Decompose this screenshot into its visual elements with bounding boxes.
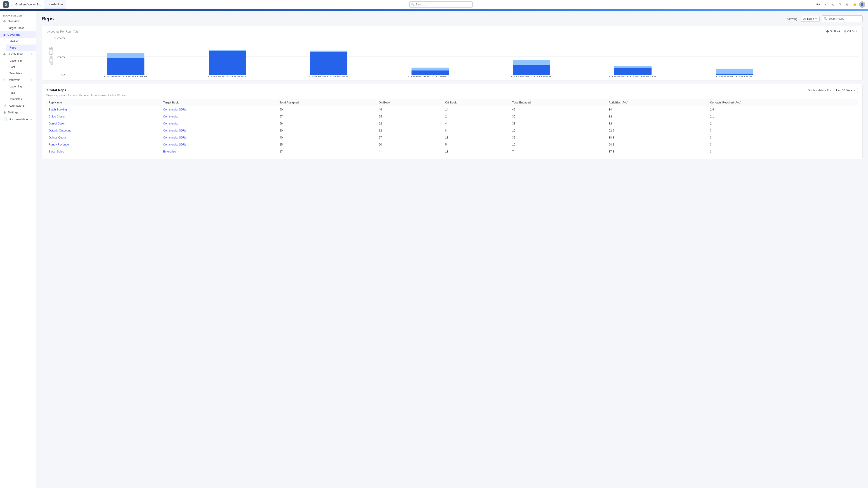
bookbuilder-tab[interactable]: Bookbuilder — [44, 0, 66, 9]
target-book-link[interactable]: Commercial — [163, 122, 178, 125]
cell-target-book: Commercial SDRs — [161, 127, 277, 134]
legend-on-book: On Book — [827, 30, 840, 33]
off-book-label: Off Book — [847, 30, 858, 33]
chart-subtitle: (All) — [73, 30, 78, 33]
sidebar-item-overview[interactable]: ⊙ Overview — [0, 18, 36, 25]
off-book-dot — [844, 30, 846, 33]
sidebar-item-automations[interactable]: ⚡ Automations — [0, 102, 36, 109]
cell-off-book: 5 — [443, 141, 510, 148]
bar-quincy-on — [513, 65, 550, 75]
cell-off-book: 8 — [443, 127, 510, 134]
sidebar-item-documentation[interactable]: 📄 Documentation ↗ — [0, 116, 36, 123]
sidebar-label-documentation: Documentation — [9, 118, 28, 121]
target-book-link[interactable]: Commercial SDRs — [163, 136, 186, 139]
sidebar-item-settings[interactable]: ⚙ Settings — [0, 109, 36, 116]
top-search-icon: 🔍 — [411, 3, 414, 6]
cell-contacts-avg: 2.9 — [708, 106, 858, 113]
metrics-dropdown[interactable]: Last 30 Days ▼ — [834, 88, 858, 93]
cell-activities-avg: 3.8 — [607, 113, 708, 120]
page-title: Reps — [41, 16, 54, 22]
cell-activities-avg: 64.2 — [607, 141, 708, 148]
sidebar-item-retrievals[interactable]: ↺ Retrievals + — [0, 76, 36, 84]
table-row: Sarah Sales Enterprise 17 4 13 7 17.3 3 — [46, 148, 858, 155]
bar-butch-off — [107, 53, 145, 58]
col-target-book: Target Book — [161, 99, 277, 106]
distributions-add-btn[interactable]: + — [31, 53, 33, 56]
avatar[interactable]: 👤 — [859, 1, 865, 8]
sidebar-item-dist-past[interactable]: Past — [6, 64, 36, 70]
settings-icon2: ⚙ — [3, 111, 6, 114]
cell-total-assigned: 60 — [277, 106, 377, 113]
cell-contacts-avg: 3 — [708, 141, 858, 148]
bar-butch-on — [107, 58, 145, 75]
rep-name-link[interactable]: Randy Revenue — [49, 143, 69, 146]
cell-contacts-avg: 2.1 — [708, 113, 858, 120]
rep-name-link[interactable]: Butch Booking — [49, 108, 67, 111]
sidebar-item-reps[interactable]: Reps — [6, 44, 36, 51]
target-book-link[interactable]: Commercial — [163, 115, 178, 118]
cell-target-book: Commercial SDRs — [161, 134, 277, 141]
sidebar-item-coverage[interactable]: ◈ Coverage — [0, 31, 36, 38]
bar-chloe-on — [209, 51, 246, 75]
target-book-link[interactable]: Enterprise — [163, 150, 176, 153]
target-book-link[interactable]: Commercial SDRs — [163, 143, 186, 146]
distributions-icon: ⊕ — [3, 53, 6, 56]
col-on-book: On Book — [377, 99, 443, 106]
settings-icon[interactable]: ⚙ — [844, 2, 850, 7]
cell-activities-avg: 62.9 — [607, 127, 708, 134]
metrics-dropdown-value: Last 30 Days — [836, 89, 852, 92]
viewing-chevron-icon: ▼ — [815, 18, 817, 20]
rep-name-link[interactable]: Quincy Quota — [49, 136, 66, 139]
sidebar-section-label: BOOKBUILDER — [0, 13, 36, 18]
table-row: Butch Booking Commercial SDRs 60 46 14 4… — [46, 106, 858, 113]
cell-contacts-avg: 2 — [708, 120, 858, 127]
documentation-icon: 📄 — [3, 118, 7, 121]
app-logo[interactable]: G — [3, 1, 9, 8]
sidebar-label-ret-templates: Templates — [9, 98, 22, 101]
cell-total-engaged: 32 — [510, 134, 607, 141]
bar-chloe-off — [209, 50, 246, 51]
sidebar-label-ret-past: Past — [9, 91, 15, 94]
sidebar-item-distributions[interactable]: ⊕ Distributions + — [0, 51, 36, 58]
target-book-link[interactable]: Commercial SDRs — [163, 108, 186, 111]
cell-rep-name: Quincy Quota — [46, 134, 161, 141]
cell-rep-name: Octavia Outbound — [46, 127, 161, 134]
star-icon[interactable]: ★▾ — [815, 2, 821, 7]
grid-icon[interactable]: ⠿ — [11, 2, 13, 6]
circle-icon[interactable]: ◎ — [830, 2, 835, 7]
cell-rep-name: Randy Revenue — [46, 141, 161, 148]
help-icon[interactable]: ? — [837, 2, 843, 7]
bar-octavia-on — [412, 70, 449, 75]
target-book-link[interactable]: Commercial SDRs — [163, 129, 186, 132]
sidebar-item-ret-past[interactable]: Past — [6, 90, 36, 96]
cell-off-book: 4 — [443, 120, 510, 127]
sidebar-item-target-books[interactable]: ☰ Target Books — [0, 25, 36, 31]
top-search-input[interactable] — [409, 1, 473, 8]
table-head: Rep Name Target Book Total Assigned On B… — [46, 99, 858, 106]
retrievals-icon: ↺ — [3, 78, 6, 82]
sidebar-item-ret-upcoming[interactable]: Upcoming — [6, 84, 36, 90]
rep-name-link[interactable]: Daniel Dialer — [49, 122, 65, 125]
bell-icon[interactable]: 🔔 — [852, 2, 857, 7]
sidebar-item-market[interactable]: Market — [6, 38, 36, 44]
retrievals-add-btn[interactable]: + — [31, 78, 33, 82]
svg-text:Butch Booking: Butch Booking — [104, 76, 147, 76]
rep-name-link[interactable]: Octavia Outbound — [49, 129, 71, 132]
plus-icon[interactable]: + — [823, 2, 828, 7]
sidebar-item-dist-upcoming[interactable]: Upcoming — [6, 58, 36, 64]
sidebar-item-dist-templates[interactable]: Templates — [6, 70, 36, 76]
search-reps-input[interactable] — [822, 15, 863, 22]
cell-contacts-avg: 3 — [708, 127, 858, 134]
sidebar-item-ret-templates[interactable]: Templates — [6, 96, 36, 102]
retrievals-sub: Upcoming Past Templates — [0, 84, 36, 102]
org-name: Gradient Works Bo... — [16, 3, 42, 6]
cell-on-book: 65 — [377, 113, 443, 120]
viewing-select[interactable]: All Reps ▼ — [801, 16, 819, 22]
chart-card: Accounts Per Rep (All) On Book Off Book — [41, 26, 863, 80]
sidebar-label-dist-templates: Templates — [9, 72, 22, 75]
sidebar-label-retrievals: Retrievals — [8, 78, 20, 82]
rep-name-link[interactable]: Chloe Closer — [49, 115, 65, 118]
cell-contacts-avg: 3 — [708, 148, 858, 155]
svg-text:Sarah Sales: Sarah Sales — [716, 76, 752, 76]
rep-name-link[interactable]: Sarah Sales — [49, 150, 64, 153]
